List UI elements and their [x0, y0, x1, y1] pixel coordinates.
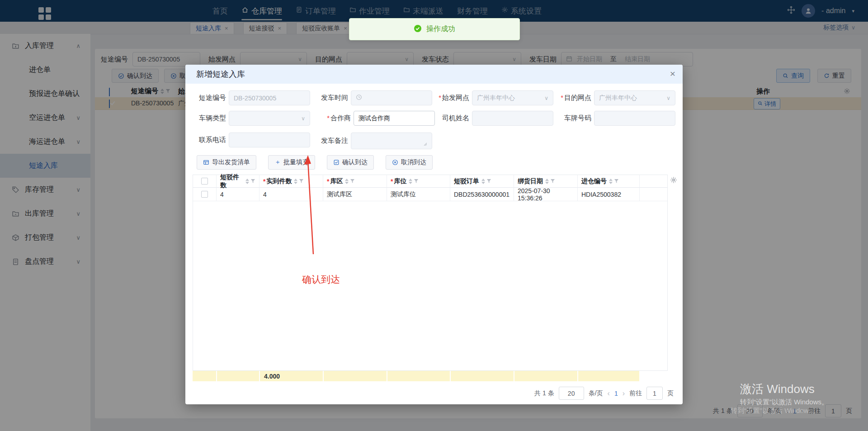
- screen: 首页 仓库管理 订单管理 作业管理 末端派送 财务管理 系统设置: [0, 0, 868, 431]
- cell-bind-date: 2025-07-30 15:36:26: [518, 187, 574, 202]
- filter-funnel-icon[interactable]: [486, 178, 491, 185]
- field-partner: *合作商 测试合作商: [316, 111, 435, 126]
- field-label: 司机姓名: [438, 114, 469, 123]
- total-count: 共 1 条: [534, 389, 554, 398]
- column-label: 库位: [394, 177, 406, 185]
- goto-label: 前往: [629, 389, 642, 398]
- field-depart-time: 发车时间: [316, 90, 432, 105]
- required-mark: *: [391, 178, 393, 185]
- filter-funnel-icon[interactable]: [414, 178, 419, 185]
- column-label: 绑货日期: [518, 177, 543, 185]
- cell-actual-qty: 4: [263, 191, 267, 198]
- button-label: 导出发货清单: [212, 158, 250, 166]
- chevron-down-icon: ∨: [544, 95, 548, 101]
- annotation-arrow: [296, 154, 332, 262]
- phone-input[interactable]: [229, 133, 310, 147]
- field-label: *合作商: [316, 114, 351, 123]
- required-mark: *: [263, 178, 265, 185]
- windows-activation-watermark-sub: 转到“设置”以激活 Windows。: [740, 398, 828, 407]
- cell-order-no: DBD253630000001: [454, 191, 509, 198]
- sort-icon[interactable]: [481, 179, 485, 184]
- page-unit-label: 页: [667, 389, 674, 398]
- modal-table-header: 短驳件数 *实到件数 *库区 *库位 短驳订单 绑货日期 进仓编号: [193, 175, 667, 188]
- current-page[interactable]: 1: [614, 390, 618, 397]
- sort-icon[interactable]: [409, 179, 412, 184]
- row-checkbox[interactable]: [201, 191, 208, 198]
- plate-input[interactable]: [594, 111, 675, 126]
- filter-funnel-icon[interactable]: [550, 178, 555, 185]
- column-label: 短驳件数: [220, 173, 243, 189]
- required-mark: *: [561, 94, 563, 101]
- remark-textarea[interactable]: [351, 133, 432, 149]
- sort-icon[interactable]: [345, 179, 349, 184]
- button-label: 取消到达: [401, 158, 426, 166]
- filter-funnel-icon[interactable]: [614, 178, 619, 185]
- cell-inbound-no: HDIA2500382: [581, 191, 621, 198]
- modal-confirm-arrival-button[interactable]: 确认到达: [327, 155, 374, 170]
- chevron-down-icon: ∨: [301, 115, 305, 122]
- modal-pagination: 共 1 条 20 条/页 ‹ 1 › 前往 1 页: [534, 387, 674, 400]
- partner-input[interactable]: 测试合作商: [354, 111, 435, 126]
- windows-activation-watermark: 激活 Windows: [740, 381, 815, 397]
- plus-icon: ＋: [274, 158, 281, 166]
- export-shipping-list-button[interactable]: 导出发货清单: [197, 155, 256, 170]
- filter-funnel-icon[interactable]: [350, 178, 355, 185]
- windows-activation-watermark-sub-dup: 转到“设置”以激活 Windows。: [731, 407, 819, 415]
- toast-text: 操作成功: [426, 24, 455, 34]
- driver-input[interactable]: [472, 111, 553, 126]
- depart-time-input[interactable]: [351, 90, 432, 105]
- modal-cancel-arrival-button[interactable]: 取消到达: [386, 155, 433, 170]
- vehicle-select[interactable]: ∨: [229, 111, 310, 126]
- export-list-icon: [203, 159, 209, 166]
- sort-icon[interactable]: [545, 179, 549, 184]
- chevron-down-icon: ∨: [666, 95, 670, 101]
- button-label: 确认到达: [342, 158, 368, 166]
- code-input[interactable]: DB-250730005: [229, 90, 310, 105]
- goto-page-input[interactable]: 1: [646, 387, 663, 400]
- required-mark: *: [327, 114, 330, 122]
- field-vehicle: 车辆类型 ∨: [194, 111, 310, 126]
- cell-qty: 4: [220, 191, 224, 198]
- required-mark: *: [439, 94, 441, 101]
- success-toast: 操作成功: [349, 18, 520, 40]
- select-all-checkbox[interactable]: [201, 178, 208, 185]
- cell-location: 测试库位: [391, 190, 416, 199]
- dest-select[interactable]: 广州丰年中心∨: [594, 90, 675, 105]
- field-driver: 司机姓名: [438, 111, 553, 126]
- success-check-icon: [414, 24, 422, 34]
- summary-total: 4.000: [264, 373, 280, 380]
- column-label: 实到件数: [266, 177, 292, 185]
- x-circle-icon: [392, 159, 398, 166]
- checkbox-check-icon: [333, 159, 340, 166]
- gear-icon[interactable]: [670, 176, 677, 185]
- summary-row: 4.000: [193, 371, 639, 381]
- next-page-icon[interactable]: ›: [623, 389, 625, 398]
- page-size-unit: 条/页: [589, 389, 603, 398]
- field-label: 短途编号: [194, 94, 226, 102]
- modal-title: 新增短途入库: [196, 65, 245, 84]
- field-remark: 发车备注: [316, 133, 432, 149]
- filter-funnel-icon[interactable]: [250, 178, 255, 185]
- field-label: *目的网点: [557, 94, 591, 102]
- field-label: 车辆类型: [194, 114, 226, 123]
- field-label: 发车时间: [316, 94, 348, 102]
- prev-page-icon[interactable]: ‹: [608, 389, 610, 398]
- modal-table-row[interactable]: 4 4 测试库区 测试库位 DBD253630000001 2025-07-30…: [193, 188, 667, 201]
- resize-handle-icon[interactable]: [424, 140, 427, 147]
- column-label: 短驳订单: [454, 177, 479, 185]
- field-code: 短途编号 DB-250730005: [194, 90, 310, 105]
- field-dest: *目的网点 广州丰年中心∨: [557, 90, 675, 105]
- sort-icon[interactable]: [609, 179, 613, 184]
- column-label: 进仓编号: [581, 177, 607, 185]
- close-icon[interactable]: ×: [670, 68, 675, 79]
- field-phone: 联系电话: [194, 133, 310, 147]
- field-label: *始发网点: [435, 94, 469, 102]
- field-label: 车牌号码: [560, 114, 591, 123]
- new-short-inbound-modal: 新增短途入库 × 短途编号 DB-250730005 发车时间 *始发网点 广州…: [185, 65, 683, 404]
- origin-select[interactable]: 广州丰年中心∨: [472, 90, 553, 105]
- sort-icon[interactable]: [245, 179, 249, 184]
- table-empty-area: [193, 201, 667, 370]
- annotation-text: 确认到达: [302, 273, 340, 286]
- field-plate: 车牌号码: [560, 111, 675, 126]
- page-size-select[interactable]: 20: [559, 387, 584, 400]
